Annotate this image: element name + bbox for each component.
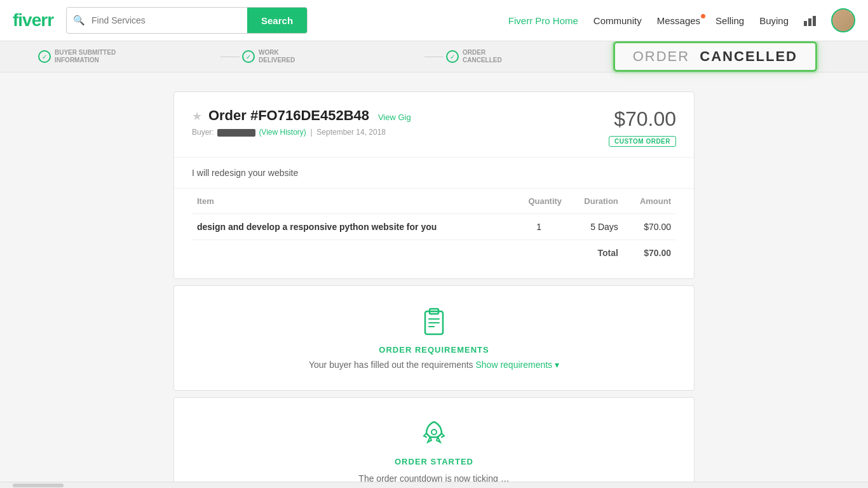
- status-step-3-label: ORDERCANCELLED: [463, 49, 502, 64]
- status-step-2: ✓ WORKDELIVERED: [242, 49, 422, 64]
- item-quantity: 1: [511, 214, 567, 240]
- favorite-star-icon[interactable]: ★: [192, 110, 202, 123]
- logo-accent: e: [32, 10, 41, 30]
- logo-text2: rr: [41, 10, 53, 30]
- buyer-label: Buyer:: [192, 128, 214, 137]
- order-table-section: Item Quantity Duration Amount design and…: [174, 189, 694, 278]
- col-header-quantity: Quantity: [511, 189, 567, 214]
- status-check-3: ✓: [446, 50, 459, 63]
- item-amount: $70.00: [623, 214, 676, 240]
- item-duration: 5 Days: [567, 214, 623, 240]
- order-id: Order #FO716DE452B48: [208, 107, 369, 123]
- logo-text: fiv: [13, 10, 32, 30]
- view-gig-link[interactable]: View Gig: [378, 112, 411, 122]
- order-title-row: ★ Order #FO716DE452B48 View Gig: [192, 107, 411, 124]
- status-step-3: ✓ ORDERCANCELLED: [446, 49, 626, 64]
- status-divider-1: [220, 57, 240, 57]
- total-amount: $70.00: [623, 240, 676, 266]
- order-cancelled-badge-wrapper: ORDER CANCELLED: [613, 41, 817, 72]
- avatar[interactable]: [831, 8, 855, 32]
- svg-point-5: [431, 430, 437, 435]
- bar-chart-icon: [804, 15, 816, 26]
- col-header-duration: Duration: [567, 189, 623, 214]
- status-bar: ✓ BUYER SUBMITTEDINFORMATION ✓ WORKDELIV…: [0, 41, 868, 72]
- nav-community[interactable]: Community: [593, 15, 642, 26]
- order-started-title: ORDER STARTED: [192, 457, 676, 466]
- nav-links: Fiverr Pro Home Community Messages Selli…: [508, 8, 855, 32]
- search-button[interactable]: Search: [247, 7, 307, 34]
- analytics-icon[interactable]: [804, 15, 816, 26]
- order-date: September 14, 2018: [316, 128, 386, 137]
- main-content: ★ Order #FO716DE452B48 View Gig Buyer: (…: [173, 92, 695, 488]
- status-step-1-label: BUYER SUBMITTEDINFORMATION: [55, 49, 116, 64]
- col-header-amount: Amount: [623, 189, 676, 214]
- status-check-2: ✓: [242, 50, 255, 63]
- item-name: design and develop a responsive python w…: [192, 214, 511, 240]
- order-description: I will redesign your website: [174, 158, 694, 189]
- search-icon: 🔍: [67, 15, 92, 26]
- status-step-1: ✓ BUYER SUBMITTEDINFORMATION: [38, 49, 218, 64]
- fiverr-logo[interactable]: fiverr: [13, 10, 53, 30]
- table-row: design and develop a responsive python w…: [192, 214, 676, 240]
- requirements-icon: [192, 306, 676, 345]
- buyer-name-blurred: [217, 129, 255, 137]
- order-info: ★ Order #FO716DE452B48 View Gig Buyer: (…: [192, 107, 411, 137]
- cancelled-badge-text: ORDER CANCELLED: [633, 48, 797, 65]
- avatar-notification: [850, 8, 855, 14]
- requirements-title: ORDER REQUIREMENTS: [192, 345, 676, 355]
- nav-selling[interactable]: Selling: [715, 15, 744, 26]
- search-bar: 🔍 Search: [66, 7, 308, 34]
- scrollbar[interactable]: [0, 482, 868, 488]
- order-card: ★ Order #FO716DE452B48 View Gig Buyer: (…: [173, 92, 695, 279]
- total-label: Total: [192, 240, 623, 266]
- price-amount: $70.00: [609, 107, 676, 131]
- status-step-2-label: WORKDELIVERED: [259, 49, 295, 64]
- show-requirements-link[interactable]: Show requirements ▾: [476, 360, 560, 370]
- order-started-card: ORDER STARTED The order countdown is now…: [173, 397, 695, 488]
- nav-pro-home[interactable]: Fiverr Pro Home: [508, 15, 578, 26]
- custom-order-badge: CUSTOM ORDER: [609, 136, 676, 147]
- search-input[interactable]: [92, 15, 247, 25]
- nav-buying[interactable]: Buying: [759, 15, 789, 26]
- view-history-link[interactable]: (View History): [259, 128, 306, 137]
- started-icon: [192, 418, 676, 457]
- total-row: Total $70.00: [192, 240, 676, 266]
- scrollbar-thumb[interactable]: [13, 484, 64, 487]
- col-header-item: Item: [192, 189, 511, 214]
- requirements-text: Your buyer has filled out the requiremen…: [192, 360, 676, 370]
- status-check-1: ✓: [38, 50, 51, 63]
- order-card-header: ★ Order #FO716DE452B48 View Gig Buyer: (…: [174, 92, 694, 158]
- requirements-card: ORDER REQUIREMENTS Your buyer has filled…: [173, 285, 695, 391]
- navbar: fiverr 🔍 Search Fiverr Pro Home Communit…: [0, 0, 868, 41]
- messages-notification-dot: [701, 14, 705, 18]
- order-price: $70.00 CUSTOM ORDER: [609, 107, 676, 147]
- order-items-table: Item Quantity Duration Amount design and…: [192, 189, 676, 266]
- order-cancelled-badge: ORDER CANCELLED: [613, 41, 817, 72]
- order-meta: Buyer: (View History) | September 14, 20…: [192, 128, 411, 137]
- nav-messages[interactable]: Messages: [657, 15, 700, 26]
- status-divider-2: [424, 57, 444, 57]
